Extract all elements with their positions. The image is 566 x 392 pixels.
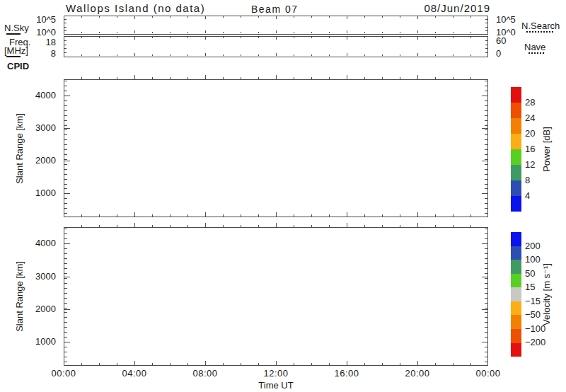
- x-tick-mark: [294, 37, 294, 38]
- y-minor-tick: [64, 248, 67, 249]
- strip-y-tick: [485, 48, 487, 49]
- x-tick-label: 16:00: [328, 368, 365, 379]
- y-minor-tick: [485, 303, 487, 304]
- x-tick-mark: [134, 212, 135, 217]
- x-tick-mark: [435, 363, 436, 365]
- x-tick-mark: [417, 223, 418, 227]
- x-tick-mark: [294, 77, 294, 79]
- x-tick-mark: [187, 32, 188, 33]
- x-tick-mark: [311, 37, 312, 38]
- x-tick-mark: [99, 214, 100, 217]
- x-tick-mark: [382, 225, 383, 227]
- y-minor-tick: [485, 298, 487, 299]
- x-tick-mark: [470, 225, 471, 227]
- x-tick-mark: [170, 37, 171, 38]
- y-minor-tick: [485, 81, 487, 81]
- x-tick-mark: [81, 225, 82, 227]
- x-tick-mark: [470, 54, 471, 56]
- y-minor-tick: [64, 213, 67, 214]
- x-tick-mark: [400, 363, 400, 365]
- strip-y-tick: [485, 40, 487, 41]
- y-minor-tick: [64, 283, 67, 284]
- x-tick-mark: [258, 16, 259, 18]
- y-minor-tick: [64, 298, 67, 299]
- y-minor-tick: [485, 139, 487, 140]
- strip-y-tick: [485, 52, 487, 53]
- y-minor-tick: [485, 293, 487, 294]
- x-tick-mark: [134, 53, 135, 56]
- y-minor-tick: [485, 169, 487, 170]
- strip-y-tick: [485, 45, 487, 45]
- x-tick-mark: [205, 75, 206, 79]
- x-tick-mark: [311, 32, 312, 33]
- y-minor-tick: [485, 164, 487, 165]
- x-tick-mark: [329, 54, 330, 56]
- y-minor-tick: [64, 129, 67, 130]
- x-tick-mark: [329, 37, 330, 38]
- y-minor-tick: [64, 229, 67, 229]
- x-tick-mark: [117, 16, 117, 18]
- y-minor-tick: [485, 337, 487, 338]
- x-tick-mark: [347, 53, 347, 56]
- y-minor-tick: [64, 144, 67, 145]
- y-minor-tick: [485, 125, 487, 126]
- x-tick-mark: [170, 54, 171, 56]
- x-tick-mark: [152, 363, 153, 365]
- x-tick-mark: [205, 16, 206, 19]
- y-minor-tick: [64, 288, 67, 289]
- x-tick-mark: [241, 16, 241, 18]
- x-tick-mark: [187, 54, 188, 56]
- x-tick-label: 12:00: [258, 368, 294, 379]
- x-tick-mark: [294, 363, 294, 365]
- y-minor-tick: [64, 273, 67, 274]
- x-tick-mark: [205, 223, 206, 227]
- y-minor-tick: [485, 288, 487, 289]
- y-minor-tick: [485, 110, 487, 111]
- x-tick-mark: [311, 363, 312, 365]
- y-minor-tick: [64, 337, 67, 338]
- strip-y-tick: [64, 27, 67, 28]
- x-tick-label: 08:00: [187, 368, 224, 379]
- y-minor-tick: [485, 179, 487, 180]
- x-tick-mark: [170, 16, 171, 18]
- x-tick-mark: [223, 37, 224, 38]
- y-minor-tick: [485, 278, 487, 279]
- y-minor-tick: [64, 347, 67, 347]
- y-major-tick: [64, 342, 70, 342]
- strip-y-tick: [485, 30, 487, 31]
- x-tick-mark: [223, 225, 224, 227]
- x-tick-mark: [152, 225, 153, 227]
- x-tick-mark: [435, 225, 436, 227]
- x-tick-mark: [187, 225, 188, 227]
- x-tick-mark: [364, 77, 365, 79]
- colorbar-tick-label: −15: [525, 296, 541, 306]
- y-minor-tick: [64, 134, 67, 135]
- x-tick-mark: [117, 225, 117, 227]
- y-minor-tick: [485, 198, 487, 199]
- x-tick-label: 00:00: [470, 368, 507, 379]
- y-major-tick: [64, 161, 70, 161]
- y-minor-tick: [64, 268, 67, 269]
- y-minor-tick: [64, 188, 67, 189]
- x-tick-mark: [276, 37, 277, 40]
- colorbar-tick-label: −200: [525, 337, 545, 347]
- x-tick-mark: [311, 225, 312, 227]
- x-tick-mark: [364, 225, 365, 227]
- x-tick-mark: [258, 363, 259, 365]
- x-tick-mark: [81, 77, 82, 79]
- radar-summary-plot: Wallops Island (no data) Beam 07 08/Jun/…: [0, 0, 566, 392]
- y-minor-tick: [64, 86, 67, 86]
- y-minor-tick: [485, 234, 487, 234]
- x-tick-mark: [276, 53, 277, 56]
- x-tick-mark: [117, 214, 117, 217]
- y-tick-label: 3000: [25, 122, 56, 133]
- y-minor-tick: [64, 154, 67, 155]
- x-tick-mark: [329, 214, 330, 217]
- colorbar-tick-label: 8: [525, 175, 530, 185]
- strip-y-tick: [64, 30, 67, 31]
- y-major-tick: [64, 128, 70, 129]
- y-minor-tick: [64, 332, 67, 333]
- x-tick-mark: [152, 54, 153, 56]
- x-tick-label: 04:00: [116, 368, 153, 379]
- x-tick-mark: [99, 225, 100, 227]
